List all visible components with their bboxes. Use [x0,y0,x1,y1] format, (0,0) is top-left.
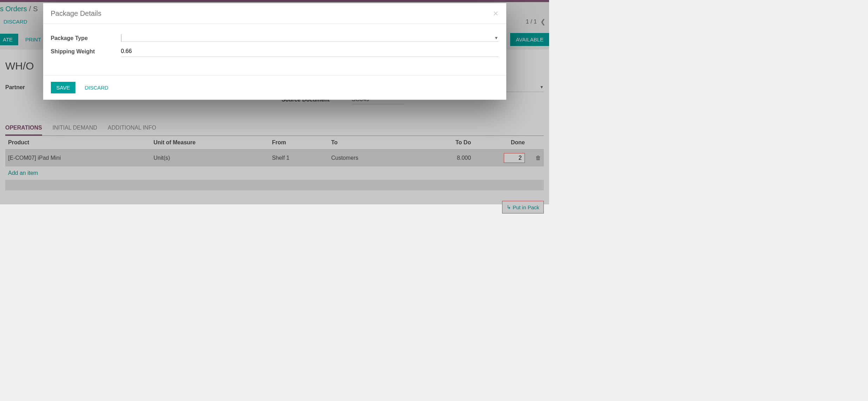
th-product: Product [5,136,151,150]
arrow-icon: ↳ [507,204,511,210]
package-type-field[interactable]: ▼ [121,34,499,42]
tab-additional-info[interactable]: ADDITIONAL INFO [108,121,156,136]
chevron-down-icon[interactable]: ▼ [540,85,544,90]
print-button[interactable]: PRINT [22,34,45,45]
package-details-modal: Package Details × Package Type ▼ Shippin… [43,3,506,100]
table-footer [5,180,544,190]
cell-from: Shelf 1 [269,150,328,167]
cell-done[interactable] [474,150,528,167]
chevron-down-icon[interactable]: ▼ [494,35,499,40]
shipping-weight-field[interactable] [121,46,499,57]
cell-uom: Unit(s) [151,150,269,167]
cell-product: [E-COM07] iPad Mini [5,150,151,167]
pager-text: 1 / 1 [526,19,537,25]
cell-todo: 8.000 [425,150,474,167]
put-in-pack-label: Put in Pack [513,204,539,210]
cell-to: Customers [328,150,425,167]
pager-prev-icon[interactable]: ❮ [540,18,546,26]
close-icon[interactable]: × [493,9,498,18]
th-to: To [328,136,425,150]
pager: 1 / 1 ❮ [526,18,546,26]
modal-title: Package Details [51,9,102,18]
modal-header: Package Details × [43,3,506,24]
modal-body: Package Type ▼ Shipping Weight [43,24,506,75]
th-from: From [269,136,328,150]
shipping-weight-input[interactable] [121,46,499,57]
package-type-input[interactable] [121,34,494,41]
put-in-pack-button[interactable]: ↳ Put in Pack [502,201,544,213]
breadcrumb-link-orders[interactable]: s Orders [0,5,27,13]
tab-operations[interactable]: OPERATIONS [5,121,42,136]
th-uom: Unit of Measure [151,136,269,150]
package-type-label: Package Type [51,35,121,41]
th-todo: To Do [425,136,474,150]
status-available: AVAILABLE [510,33,549,46]
th-done: Done [474,136,528,150]
tabs: OPERATIONS INITIAL DEMAND ADDITIONAL INF… [5,121,544,136]
trash-icon[interactable]: 🗑 [535,155,541,161]
breadcrumb-separator: / [27,5,33,13]
breadcrumb-current: S [33,5,38,13]
ate-button[interactable]: ATE [0,34,18,45]
discard-button[interactable]: DISCARD [81,82,112,93]
shipping-weight-label: Shipping Weight [51,48,121,55]
modal-footer: SAVE DISCARD [43,75,506,100]
operations-table: Product Unit of Measure From To To Do Do… [5,136,544,166]
done-input[interactable] [504,153,525,163]
save-button[interactable]: SAVE [51,82,76,93]
add-item-link[interactable]: Add an item [5,166,544,180]
discard-button-top[interactable]: DISCARD [0,16,31,27]
tab-initial-demand[interactable]: INITIAL DEMAND [53,121,97,136]
table-row[interactable]: [E-COM07] iPad Mini Unit(s) Shelf 1 Cust… [5,150,544,167]
